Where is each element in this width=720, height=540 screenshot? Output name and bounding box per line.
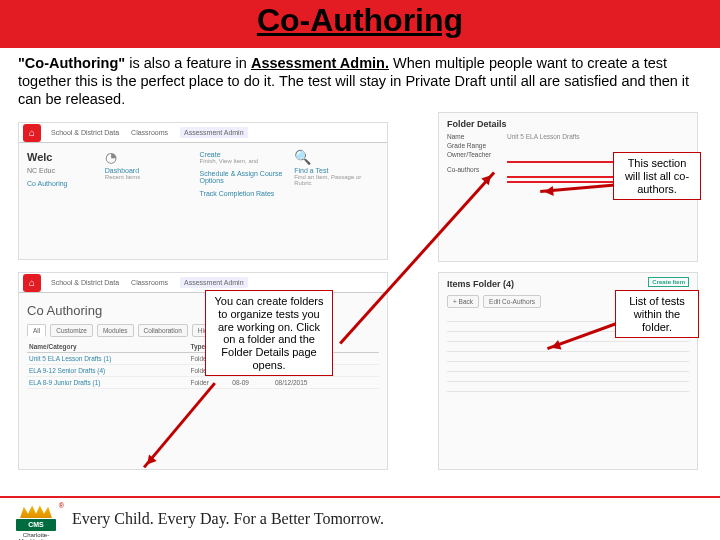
dashboard-sub: Recent Items [105, 174, 190, 180]
tab-all[interactable]: All [27, 324, 46, 337]
nav-item[interactable]: Classrooms [131, 129, 168, 136]
tagline: Every Child. Every Day. For a Better Tom… [72, 510, 384, 528]
create-sub: Finish, View Item, and [200, 158, 285, 164]
list-item[interactable] [447, 352, 689, 362]
intro-quote: "Co-Authoring" [18, 55, 125, 71]
logo-text: CMS [16, 519, 56, 531]
cms-logo: ® CMS Charlotte-Mecklenburg Schools [14, 504, 58, 534]
logo-subtext: Charlotte-Mecklenburg Schools [14, 532, 58, 540]
cell-mod: 08/12/2015 [273, 377, 379, 389]
content-area: ⌂ School & District Data Classrooms Asse… [0, 112, 720, 492]
fd-k3: Co-authors [447, 166, 507, 173]
th-name[interactable]: Name/Category [27, 341, 188, 353]
callout-coauthors: This section will list all co-authors. [613, 152, 701, 200]
track-link[interactable]: Track Completion Rates [200, 190, 285, 197]
intro-t1: is also a feature in [125, 55, 251, 71]
create-item-button[interactable]: Create Item [648, 277, 689, 287]
find-test-sub: Find an Item, Passage or Rubric [294, 174, 379, 186]
list-item[interactable] [447, 372, 689, 382]
coauthoring-link[interactable]: Co Authoring [27, 180, 95, 187]
nav-item-active[interactable]: Assessment Admin [180, 277, 248, 288]
nav-item[interactable]: Classrooms [131, 279, 168, 286]
fd-k2: Owner/Teacher [447, 151, 507, 158]
edit-coauthors-button[interactable]: Edit Co-Authors [483, 295, 541, 308]
back-button[interactable]: + Back [447, 295, 479, 308]
items-folder-title: Items Folder (4) Create Item [447, 279, 689, 289]
find-test-label[interactable]: Find a Test [294, 167, 379, 174]
cell-name[interactable]: ELA 9-12 Senior Drafts (4) [27, 365, 188, 377]
fd-k0: Name [447, 133, 507, 140]
fd-k1: Grade Range [447, 142, 507, 149]
list-item[interactable] [447, 362, 689, 372]
intro-admin: Assessment Admin. [251, 55, 389, 71]
screenshot-menu: ⌂ School & District Data Classrooms Asse… [18, 122, 388, 260]
search-icon: 🔍 [294, 149, 379, 165]
welcome-heading: Welc [27, 151, 95, 163]
dashboard-label[interactable]: Dashboard [105, 167, 190, 174]
tab-collab[interactable]: Collaboration [138, 324, 188, 337]
create-label[interactable]: Create [200, 151, 285, 158]
tab-modules[interactable]: Modules [97, 324, 134, 337]
registered-icon: ® [59, 502, 64, 509]
cell-name[interactable]: Unit 5 ELA Lesson Drafts (1) [27, 353, 188, 365]
nav-item[interactable]: School & District Data [51, 129, 119, 136]
folder-details-title: Folder Details [447, 119, 689, 129]
home-icon[interactable]: ⌂ [23, 274, 41, 292]
schedule-link[interactable]: Schedule & Assign Course Options [200, 170, 285, 184]
intro-paragraph: "Co-Authoring" is also a feature in Asse… [0, 48, 720, 112]
fd-v0: Unit 5 ELA Lesson Drafts [507, 133, 580, 140]
page-title: Co-Authoring [0, 2, 720, 39]
cell-name[interactable]: ELA 8-9 Junior Drafts (1) [27, 377, 188, 389]
dashboard-icon: ◔ [105, 149, 190, 165]
nav-item[interactable]: School & District Data [51, 279, 119, 286]
crown-icon [20, 504, 52, 518]
footer: ® CMS Charlotte-Mecklenburg Schools Ever… [0, 496, 720, 540]
list-item[interactable] [447, 382, 689, 392]
home-icon[interactable]: ⌂ [23, 124, 41, 142]
tab-customize[interactable]: Customize [50, 324, 93, 337]
nav-bar: ⌂ School & District Data Classrooms Asse… [19, 123, 387, 143]
callout-folders: You can create folders to organize tests… [205, 290, 333, 376]
table-row[interactable]: ELA 8-9 Junior Drafts (1) Folder 08-09 0… [27, 377, 379, 389]
cell-grade: 08-09 [230, 377, 273, 389]
nc-edu-text: NC Educ [27, 167, 95, 174]
list-item[interactable] [447, 342, 689, 352]
callout-tests-list: List of tests within the folder. [615, 290, 699, 338]
nav-item-active[interactable]: Assessment Admin [180, 127, 248, 138]
items-folder-label: Items Folder (4) [447, 279, 514, 289]
